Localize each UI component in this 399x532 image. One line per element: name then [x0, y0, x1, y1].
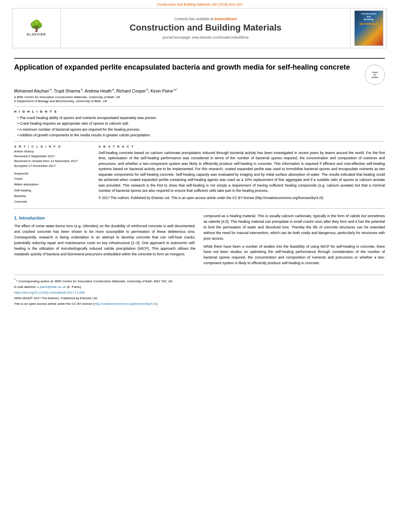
- author-alazhari: Mohamed Alazhari: [14, 88, 49, 93]
- license-close: ).: [156, 302, 158, 306]
- journal-homepage: journal homepage: www.elsevier.com/locat…: [162, 35, 249, 39]
- authors-line: Mohamed Alazhari a, Trupti Sharma b, And…: [14, 88, 385, 93]
- email-address[interactable]: k.paine@bath.ac.uk: [37, 285, 66, 289]
- article-title: Application of expanded perlite encapsul…: [14, 63, 359, 72]
- highlight-item-2: Crack healing requires an appropriate ra…: [17, 121, 385, 126]
- email-name-text: (K. Paine).: [67, 285, 82, 289]
- author-sharma-sup: b: [80, 88, 83, 91]
- article-history-label: Article history:: [14, 150, 90, 153]
- body-left-col: 1. Introduction The effect of some water…: [14, 214, 195, 269]
- journal-cover-image: ConstructionandBuilding MATERIALS: [354, 10, 383, 46]
- keyword-concrete: Concrete: [14, 199, 90, 205]
- affiliations: a BRE Centre for Innovative Construction…: [14, 95, 385, 103]
- journal-reference-text: Construction and Building Materials 160 …: [157, 2, 243, 6]
- keywords-label: Keywords:: [14, 172, 90, 175]
- journal-reference-line: Construction and Building Materials 160 …: [0, 0, 399, 8]
- author-alazhari-sup: a: [49, 88, 51, 91]
- abstract-column: A B S T R A C T Self-healing concrete ba…: [99, 145, 385, 205]
- author-paine: Kevin Paine: [150, 88, 173, 93]
- footer-section: * * Corresponding author at: BRE Centre …: [14, 275, 385, 306]
- author-cooper-sup: b: [146, 88, 148, 91]
- copyright-license-link[interactable]: http://creativecommons.org/licenses/by/4…: [256, 196, 322, 200]
- abstract-body: Self-healing concrete based on calcium c…: [99, 151, 385, 193]
- footnote-star-text: * Corresponding author at: BRE Centre fo…: [16, 279, 173, 283]
- received-date: Received 5 September 2017: [14, 154, 90, 159]
- journal-header: 🌳 ELSEVIER Contents lists available at S…: [12, 8, 387, 48]
- license-text-prefix: This is an open access article under the…: [14, 302, 95, 306]
- email-label: E-mail address:: [14, 285, 37, 289]
- copyright-text: © 2017 The Authors. Published by Elsevie…: [99, 196, 256, 200]
- author-heath: Andrew Heath: [85, 88, 112, 93]
- keyword-water: Water absorption: [14, 182, 90, 187]
- intro-para-3: While there have been a number of studie…: [204, 244, 385, 267]
- license-line: This is an open access article under the…: [14, 302, 385, 306]
- author-sharma: Trupti Sharma: [53, 88, 80, 93]
- main-content: Application of expanded perlite encapsul…: [0, 48, 399, 313]
- journal-cover-section: ConstructionandBuilding MATERIALS: [350, 8, 387, 48]
- check-updates-text: Checkforupdates: [371, 71, 378, 78]
- highlight-item-4: Addition of growth components to the med…: [17, 133, 385, 138]
- contents-label: Contents lists available at: [175, 17, 213, 21]
- keyword-selfhealing: Self-healing: [14, 188, 90, 193]
- page: Construction and Building Materials 160 …: [0, 0, 399, 532]
- revised-date: Received in revised form 14 November 201…: [14, 159, 90, 164]
- doi-line: https://doi.org/10.1016/j.conbuildmat.20…: [14, 290, 385, 295]
- divider-3: [14, 208, 385, 209]
- affil-a: a BRE Centre for Innovative Construction…: [14, 95, 385, 99]
- elsevier-logo-section: 🌳 ELSEVIER: [12, 8, 61, 48]
- abstract-text: Self-healing concrete based on calcium c…: [99, 150, 385, 194]
- cover-materials-text: MATERIALS: [359, 22, 378, 26]
- elsevier-wordmark: ELSEVIER: [27, 33, 46, 36]
- issn-line: 0950-0618/© 2017 The Authors. Published …: [14, 296, 385, 301]
- divider-2: [14, 141, 385, 142]
- affil-b: b Department of Biology and Biochemistry…: [14, 99, 385, 103]
- abstract-label: A B S T R A C T: [99, 145, 385, 148]
- body-section: 1. Introduction The effect of some water…: [14, 214, 385, 269]
- cover-title-text: ConstructionandBuilding: [361, 12, 376, 21]
- body-right-col: compound as a healing material. This is …: [204, 214, 385, 269]
- divider-1: [14, 106, 385, 107]
- copyright-close: ).: [322, 196, 324, 200]
- keywords-list: Crack Water absorption Self-healing Bact…: [14, 176, 90, 205]
- elsevier-logo: 🌳 ELSEVIER: [27, 21, 46, 36]
- keyword-bacteria: Bacteria: [14, 193, 90, 199]
- intro-para-1: The effect of some water-borne ions (e.g…: [14, 224, 195, 257]
- highlight-item-1: The crack healing ability of spores and …: [17, 115, 385, 121]
- check-updates-badge[interactable]: Checkforupdates: [365, 65, 385, 85]
- highlight-item-3: A minimum number of bacterial spores are…: [17, 127, 385, 132]
- doi-link[interactable]: https://doi.org/10.1016/j.conbuildmat.20…: [14, 291, 85, 294]
- journal-title-main: Construction and Building Materials: [130, 23, 282, 33]
- author-paine-sup: a,*: [173, 88, 177, 91]
- article-title-section: Application of expanded perlite encapsul…: [14, 58, 385, 85]
- keyword-crack: Crack: [14, 176, 90, 182]
- copyright-line: © 2017 The Authors. Published by Elsevie…: [99, 195, 385, 201]
- intro-para-2: compound as a healing material. This is …: [204, 214, 385, 242]
- introduction-heading: 1. Introduction: [14, 215, 195, 222]
- highlights-label: H I G H L I G H T S: [14, 110, 385, 113]
- email-line: E-mail address: k.paine@bath.ac.uk (K. P…: [14, 285, 385, 290]
- accepted-date: Accepted 17 November 2017: [14, 164, 90, 168]
- article-info-label: A R T I C L E I N F O: [14, 145, 90, 148]
- highlights-list: The crack healing ability of spores and …: [14, 115, 385, 138]
- author-heath-sup: a: [111, 88, 114, 91]
- footnote-star-line: * * Corresponding author at: BRE Centre …: [14, 277, 385, 284]
- sciencedirect-line: Contents lists available at ScienceDirec…: [175, 17, 237, 21]
- article-info-abstract-section: A R T I C L E I N F O Article history: R…: [14, 145, 385, 205]
- author-cooper: Richard Cooper: [116, 88, 146, 93]
- journal-title-section: Contents lists available at ScienceDirec…: [61, 8, 350, 48]
- footnote-star-symbol: *: [14, 278, 15, 281]
- elsevier-tree-icon: 🌳: [27, 21, 46, 32]
- article-info-column: A R T I C L E I N F O Article history: R…: [14, 145, 90, 205]
- license-link[interactable]: http://creativecommons.org/licenses/by/4…: [95, 302, 156, 306]
- sciencedirect-link[interactable]: ScienceDirect: [214, 17, 237, 21]
